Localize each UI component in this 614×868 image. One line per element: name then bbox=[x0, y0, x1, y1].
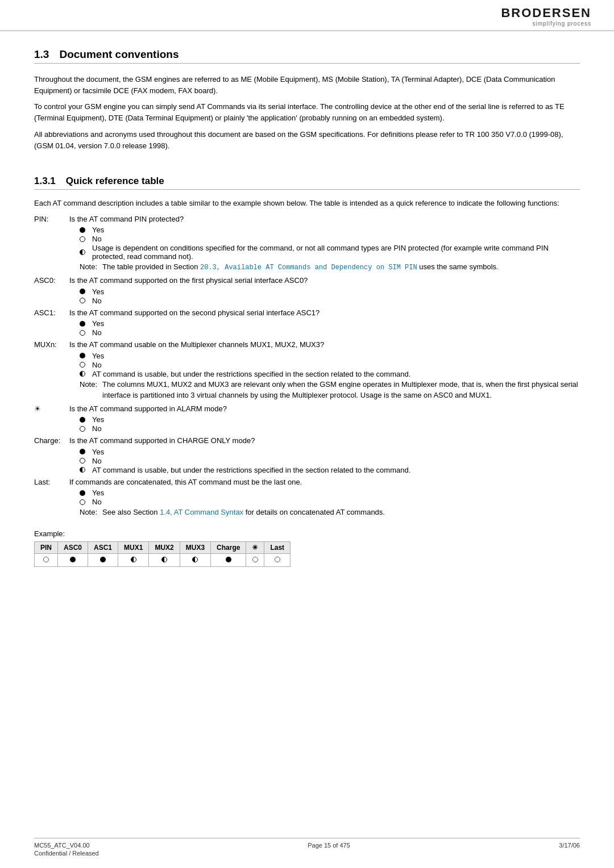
def-muxn: MUXn: Is the AT command usable on the Mu… bbox=[34, 339, 580, 401]
section-1-3-1-heading: 1.3.1 Quick reference table bbox=[34, 176, 580, 190]
cell-asc0 bbox=[58, 553, 88, 566]
filled-bullet-icon-asc1 bbox=[80, 321, 92, 327]
def-alarm: ☀︎ Is the AT command supported in ALARM … bbox=[34, 403, 580, 433]
cell-alarm bbox=[246, 553, 264, 566]
col-charge: Charge bbox=[211, 541, 246, 553]
def-asc0-term: ASC0: bbox=[34, 275, 69, 286]
filled-bullet-icon-alarm bbox=[80, 417, 92, 423]
filled-bullet-icon-last bbox=[80, 490, 92, 496]
col-last: Last bbox=[264, 541, 291, 553]
cell-mux3 bbox=[180, 553, 210, 566]
section-1-3-1-number: 1.3.1 bbox=[34, 176, 56, 187]
empty-bullet-icon-asc1 bbox=[80, 330, 92, 336]
charge-bullet-half: AT command is usable, but under the rest… bbox=[80, 466, 580, 474]
cell-mux2 bbox=[149, 553, 180, 566]
pin-note: Note: The table provided in Section 20.3… bbox=[80, 261, 580, 273]
def-last-desc: If commands are concatenated, this AT co… bbox=[69, 477, 580, 488]
intro-para-1: Throughout the document, the GSM engines… bbox=[34, 74, 580, 97]
half-bullet-icon-muxn bbox=[80, 371, 92, 377]
col-mux3: MUX3 bbox=[180, 541, 210, 553]
muxn-yes-label: Yes bbox=[92, 352, 104, 360]
def-last-row: Last: If commands are concatenated, this… bbox=[34, 477, 580, 488]
empty-bullet-icon bbox=[80, 236, 92, 242]
pin-note-link[interactable]: 20.3, Available AT Commands and Dependen… bbox=[200, 262, 417, 271]
definitions-list: PIN: Is the AT command PIN protected? Ye… bbox=[34, 214, 580, 518]
asc1-bullet-yes: Yes bbox=[80, 319, 580, 328]
alarm-yes-label: Yes bbox=[92, 415, 104, 424]
note-text-last: See also Section 1.4, AT Command Syntax … bbox=[102, 507, 580, 518]
logo-area: BRODERSEN simplifying process bbox=[501, 6, 591, 27]
pin-no-label: No bbox=[92, 235, 102, 243]
charge-bullet-yes: Yes bbox=[80, 448, 580, 456]
page-header: BRODERSEN simplifying process bbox=[0, 0, 614, 31]
def-pin: PIN: Is the AT command PIN protected? Ye… bbox=[34, 214, 580, 273]
def-asc1-term: ASC1: bbox=[34, 307, 69, 319]
empty-bullet-icon-last bbox=[80, 499, 92, 505]
intro-para-2: To control your GSM engine you can simpl… bbox=[34, 101, 580, 124]
def-muxn-term: MUXn: bbox=[34, 339, 69, 350]
muxn-note: Note: The columns MUX1, MUX2 and MUX3 ar… bbox=[80, 379, 580, 401]
def-charge-row: Charge: Is the AT command supported in C… bbox=[34, 435, 580, 446]
empty-bullet-icon-asc0 bbox=[80, 298, 92, 303]
note-text-pin: The table provided in Section 20.3, Avai… bbox=[102, 261, 580, 273]
page-container: BRODERSEN simplifying process 1.3 Docume… bbox=[0, 0, 614, 868]
col-mux1: MUX1 bbox=[118, 541, 149, 553]
asc0-yes-label: Yes bbox=[92, 287, 104, 296]
def-asc0-row: ASC0: Is the AT command supported on the… bbox=[34, 275, 580, 286]
example-label: Example: bbox=[34, 529, 580, 538]
muxn-bullet-yes: Yes bbox=[80, 352, 580, 360]
asc0-bullet-no: No bbox=[80, 297, 580, 305]
cell-pin bbox=[35, 553, 58, 566]
section-1-3-number: 1.3 bbox=[34, 48, 49, 61]
cell-last bbox=[264, 553, 291, 566]
def-charge-desc: Is the AT command supported in CHARGE ON… bbox=[69, 435, 580, 446]
def-asc0: ASC0: Is the AT command supported on the… bbox=[34, 275, 580, 305]
last-no-label: No bbox=[92, 498, 102, 506]
last-note-link[interactable]: 1.4, AT Command Syntax bbox=[160, 508, 243, 516]
def-pin-term: PIN: bbox=[34, 214, 69, 225]
asc0-no-label: No bbox=[92, 297, 102, 305]
note-label-pin: Note: bbox=[80, 261, 102, 273]
empty-bullet-icon-alarm bbox=[80, 426, 92, 432]
charge-half-label: AT command is usable, but under the rest… bbox=[92, 466, 410, 474]
def-alarm-desc: Is the AT command supported in ALARM mod… bbox=[69, 403, 580, 415]
col-pin: PIN bbox=[35, 541, 58, 553]
def-asc1-desc: Is the AT command supported on the secon… bbox=[69, 307, 580, 319]
last-bullet-no: No bbox=[80, 498, 580, 506]
last-note: Note: See also Section 1.4, AT Command S… bbox=[80, 507, 580, 518]
section-2-intro: Each AT command description includes a t… bbox=[34, 198, 580, 209]
note-label-last: Note: bbox=[80, 507, 102, 518]
col-asc1: ASC1 bbox=[88, 541, 118, 553]
asc1-bullet-no: No bbox=[80, 328, 580, 337]
last-bullet-yes: Yes bbox=[80, 489, 580, 497]
cell-mux1 bbox=[118, 553, 149, 566]
table-row bbox=[35, 553, 291, 566]
main-content: 1.3 Document conventions Throughout the … bbox=[0, 31, 614, 584]
footer-doc-id: MC55_ATC_V04.00 bbox=[34, 842, 99, 849]
empty-bullet-icon-charge bbox=[80, 458, 92, 464]
muxn-bullet-no: No bbox=[80, 361, 580, 369]
table-header-row: PIN ASC0 ASC1 MUX1 MUX2 MUX3 Charge ☀ La… bbox=[35, 541, 291, 553]
def-pin-row: PIN: Is the AT command PIN protected? bbox=[34, 214, 580, 225]
def-charge: Charge: Is the AT command supported in C… bbox=[34, 435, 580, 474]
footer-page: Page 15 of 475 bbox=[308, 842, 350, 857]
pin-bullet-half: Usage is dependent on conditions specifi… bbox=[80, 244, 580, 261]
charge-yes-label: Yes bbox=[92, 448, 104, 456]
note-text-muxn: The columns MUX1, MUX2 and MUX3 are rele… bbox=[102, 379, 580, 401]
def-charge-term: Charge: bbox=[34, 435, 69, 446]
example-section: Example: PIN ASC0 ASC1 MUX1 MUX2 MUX3 Ch… bbox=[34, 529, 580, 567]
col-alarm-icon: ☀ bbox=[246, 541, 264, 553]
def-asc1-row: ASC1: Is the AT command supported on the… bbox=[34, 307, 580, 319]
empty-bullet-icon-muxn bbox=[80, 362, 92, 368]
pin-bullet-no: No bbox=[80, 235, 580, 243]
section-1-3-title: Document conventions bbox=[59, 48, 179, 61]
def-muxn-row: MUXn: Is the AT command usable on the Mu… bbox=[34, 339, 580, 350]
muxn-half-label: AT command is usable, but under the rest… bbox=[92, 370, 410, 378]
filled-bullet-icon bbox=[80, 227, 92, 233]
footer-status: Confidential / Released bbox=[34, 850, 99, 857]
note-label-muxn: Note: bbox=[80, 379, 102, 401]
col-asc0: ASC0 bbox=[58, 541, 88, 553]
footer-left: MC55_ATC_V04.00 Confidential / Released bbox=[34, 842, 99, 857]
page-footer: MC55_ATC_V04.00 Confidential / Released … bbox=[34, 838, 580, 857]
pin-yes-label: Yes bbox=[92, 226, 104, 234]
